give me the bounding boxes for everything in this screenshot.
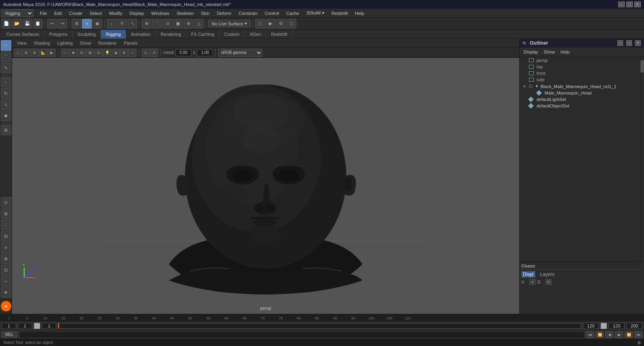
outliner-item-mannequin-head[interactable]: Male_Mannequin_Head (520, 90, 640, 96)
menu-redshift[interactable]: Redshift (328, 10, 351, 16)
right-panel-toggle[interactable] (638, 341, 641, 344)
outliner-minimize-btn[interactable]: ─ (617, 40, 623, 46)
vp-menu-panels[interactable]: Panels (121, 40, 141, 46)
menu-select[interactable]: Select (87, 10, 105, 16)
menu-cache[interactable]: Cache (283, 10, 302, 16)
vp-menu-shading[interactable]: Shading (31, 40, 53, 46)
menu-constrain[interactable]: Constrain (235, 10, 261, 16)
outliner-menu-show[interactable]: Show (541, 49, 557, 55)
vp-solid-btn[interactable]: ■ (69, 49, 77, 57)
current-frame-input[interactable] (2, 323, 16, 329)
tab-fx-caching[interactable]: FX Caching (186, 30, 219, 39)
vp-coord-y[interactable] (197, 49, 213, 56)
paint-select-btn[interactable]: ✎ (1, 63, 11, 73)
timeline[interactable]: 1 5 10 15 20 25 30 35 40 45 50 55 60 65 … (0, 314, 644, 321)
playback-step-fwd[interactable]: ⏩ (625, 331, 633, 338)
outliner-item-mannequin-root[interactable]: ▼ ⬡ ✦ Black_Male_Mannequin_Head_ncl1_1 (520, 83, 640, 90)
vp-wire-on-shade-btn[interactable]: ⊟ (78, 49, 86, 57)
time-input-frame[interactable] (42, 323, 56, 329)
snap-view-btn[interactable]: ▣ (173, 19, 183, 29)
minimize-button[interactable]: ─ (618, 2, 625, 7)
snap-point-btn[interactable]: ⊙ (163, 19, 172, 29)
menu-file[interactable]: File (37, 10, 50, 16)
tab-rigging[interactable]: Rigging (101, 30, 126, 39)
snap-curve-btn[interactable]: ⌒ (152, 19, 162, 29)
wrinkle-btn[interactable]: ≡ (1, 242, 11, 253)
soft-mod-btn[interactable]: ⊙ (1, 197, 11, 208)
sculpt-btn[interactable]: ⊕ (1, 253, 11, 264)
mode-selector[interactable]: Rigging Modeling Animation (2, 9, 33, 17)
vp-grid-btn[interactable]: ⊞ (22, 49, 30, 57)
max-frame-input[interactable] (626, 323, 642, 329)
menu-deform[interactable]: Deform (214, 10, 235, 16)
mel-input[interactable] (19, 331, 584, 338)
color-space-selector[interactable]: sRGB gamma Linear (218, 49, 262, 57)
open-file-btn[interactable]: 📂 (12, 19, 22, 29)
save-as-btn[interactable]: 📋 (33, 19, 43, 29)
vp-menu-view[interactable]: View (14, 40, 30, 46)
wire-btn[interactable]: ⊟ (1, 231, 11, 241)
undo-btn[interactable]: ↩ (47, 19, 57, 29)
hypershade-btn[interactable]: ⬡ (287, 19, 296, 29)
cluster-btn[interactable]: ⋮ (1, 220, 11, 230)
render-settings-btn[interactable]: ⚙ (276, 19, 286, 29)
tab-curves-surfaces[interactable]: Curves Surfaces (2, 30, 44, 39)
close-button[interactable]: ✕ (634, 2, 641, 7)
vp-menu-show[interactable]: Show (77, 40, 95, 46)
mel-tab-btn[interactable]: MEL (2, 332, 17, 338)
vp-menu-renderer[interactable]: Renderer (95, 40, 120, 46)
menu-create[interactable]: Create (66, 10, 86, 16)
outliner-item-persp[interactable]: persp (520, 57, 640, 64)
menu-control[interactable]: Control (262, 10, 282, 16)
outliner-item-objectset[interactable]: defaultObjectSet (520, 103, 640, 109)
scale-btn[interactable]: ⤡ (128, 19, 137, 29)
d-box[interactable]: D (545, 279, 552, 285)
menu-display[interactable]: Display (126, 10, 147, 16)
playback-go-start[interactable]: ⏮ (586, 331, 594, 338)
tool6[interactable]: △ (194, 19, 204, 29)
vp-play-btn[interactable]: ▶ (47, 49, 56, 57)
wrap-btn[interactable]: ⊡ (1, 265, 11, 275)
outliner-menu-help[interactable]: Help (558, 49, 572, 55)
playback-play-back[interactable]: ◀ (605, 331, 613, 338)
menu-edit[interactable]: Edit (51, 10, 65, 16)
vp-isolate-btn[interactable]: ⊙ (142, 49, 150, 57)
menu-3dto[interactable]: 3DtoAll ▾ (303, 10, 328, 16)
select-mode-component-btn[interactable]: ◉ (93, 19, 102, 29)
maximize-button[interactable]: □ (626, 2, 633, 7)
vp-env-btn[interactable]: ○ (128, 49, 136, 57)
last-btn[interactable]: ▼ (1, 287, 11, 298)
vp-textured-btn[interactable]: ⊠ (86, 49, 94, 57)
menu-modify[interactable]: Modify (106, 10, 125, 16)
outliner-maximize-btn[interactable]: □ (626, 40, 632, 46)
start-frame-input[interactable] (18, 323, 32, 329)
show-manip-btn[interactable]: ⊞ (1, 125, 11, 135)
lasso-tool-btn[interactable]: ⌒ (1, 51, 11, 62)
nonlinear-btn[interactable]: ∼ (1, 276, 11, 286)
outliner-item-top[interactable]: top (520, 64, 640, 70)
vp-refresh-btn[interactable]: ↺ (150, 49, 158, 57)
vp-textured-wire-btn[interactable]: ⊡ (95, 49, 103, 57)
render-region-btn[interactable]: 🎥 (255, 19, 265, 29)
snap-grid-btn[interactable]: ⊕ (142, 19, 151, 29)
menu-skeleton[interactable]: Skeleton (173, 10, 197, 16)
vp-ruler-btn[interactable]: 📐 (39, 49, 47, 57)
tab-sculpting[interactable]: Sculpting (73, 30, 101, 39)
outliner-item-side[interactable]: side (520, 76, 640, 83)
vp-coord-x[interactable] (175, 49, 192, 56)
vp-camera-btn[interactable]: 🎥 (14, 49, 22, 57)
move-tool-btn[interactable]: ↕ (1, 77, 11, 87)
outliner-menu-display[interactable]: Display (521, 49, 541, 55)
select-mode-hierarchy-btn[interactable]: ⊞ (72, 19, 81, 29)
save-file-btn[interactable]: 💾 (23, 19, 32, 29)
outliner-scrollbar-thumb[interactable] (640, 60, 644, 72)
end-frame-input[interactable] (609, 323, 625, 329)
outliner-scrollbar[interactable] (640, 56, 644, 262)
menu-help[interactable]: Help (352, 10, 367, 16)
vp-menu-lighting[interactable]: Lighting (54, 40, 76, 46)
vp-axis-btn[interactable]: ⊕ (31, 49, 39, 57)
vp-shadow-btn[interactable]: ◑ (111, 49, 120, 57)
select-mode-object-btn[interactable]: ◈ (82, 19, 92, 29)
vp-wireframe-btn[interactable]: □ (61, 49, 69, 57)
no-live-surface-btn[interactable]: No Live Surface ▾ (208, 20, 251, 27)
